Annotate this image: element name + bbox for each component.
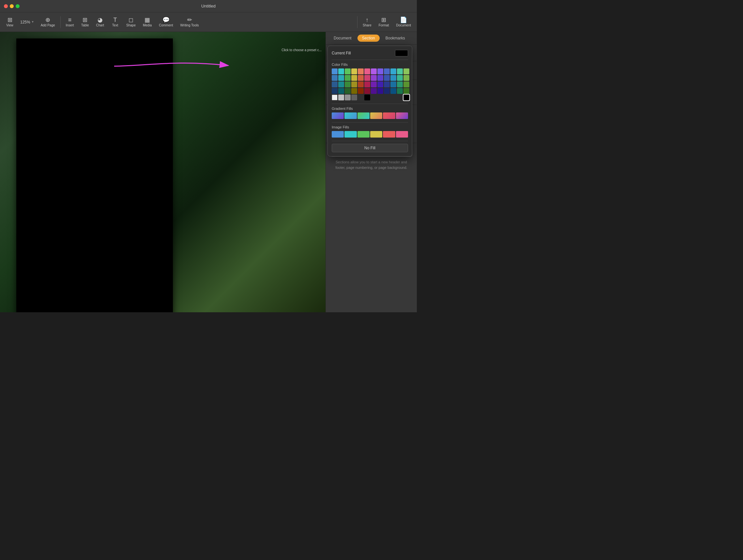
color-cell[interactable] xyxy=(351,75,357,81)
no-fill-button[interactable]: No Fill xyxy=(332,144,408,152)
color-cell[interactable] xyxy=(332,68,338,74)
color-picker-popup: Current Fill Color Fills xyxy=(327,46,412,156)
color-cell xyxy=(377,95,383,100)
toolbar-zoom[interactable]: 125% ▼ xyxy=(17,18,37,26)
color-cell[interactable] xyxy=(371,75,377,81)
color-cell[interactable] xyxy=(345,88,351,94)
color-cell[interactable] xyxy=(403,88,409,94)
color-cell[interactable] xyxy=(390,75,396,81)
color-cell[interactable] xyxy=(338,95,344,100)
color-cell[interactable] xyxy=(332,75,338,81)
color-cell[interactable] xyxy=(358,95,364,100)
color-cell[interactable] xyxy=(371,82,377,87)
canvas-area[interactable] xyxy=(0,32,325,312)
color-cell[interactable] xyxy=(358,88,364,94)
color-cell[interactable] xyxy=(384,88,390,94)
gradient-cell[interactable] xyxy=(383,112,395,119)
color-cell[interactable] xyxy=(364,95,370,100)
image-fill-cell[interactable] xyxy=(370,131,382,138)
current-fill-row: Current Fill xyxy=(332,50,408,56)
color-cell[interactable] xyxy=(371,68,377,74)
color-cell[interactable] xyxy=(364,82,370,87)
gradient-cell[interactable] xyxy=(332,112,344,119)
color-cell[interactable] xyxy=(377,68,383,74)
tab-bookmarks[interactable]: Bookmarks xyxy=(381,35,410,42)
toolbar-share[interactable]: ↑ Share xyxy=(359,16,375,28)
color-cell[interactable] xyxy=(338,68,344,74)
toolbar-writing-tools[interactable]: ✏ Writing Tools xyxy=(177,16,202,28)
tab-section[interactable]: Section xyxy=(357,35,380,42)
color-cell[interactable] xyxy=(390,82,396,87)
gradient-cell[interactable] xyxy=(357,112,369,119)
color-cell[interactable] xyxy=(358,75,364,81)
color-cell[interactable] xyxy=(351,82,357,87)
tab-document[interactable]: Document xyxy=(329,35,356,42)
color-cell[interactable] xyxy=(364,68,370,74)
color-cell[interactable] xyxy=(351,88,357,94)
gradient-cell[interactable] xyxy=(344,112,356,119)
toolbar-comment[interactable]: 💬 Comment xyxy=(156,16,176,28)
fullscreen-button[interactable] xyxy=(16,4,19,8)
color-cell[interactable] xyxy=(403,82,409,87)
image-fill-cell[interactable] xyxy=(357,131,369,138)
color-cell[interactable] xyxy=(332,82,338,87)
color-cell[interactable] xyxy=(384,68,390,74)
color-cell[interactable] xyxy=(403,75,409,81)
toolbar: ⊞ View 125% ▼ ⊕ Add Page ≡ Insert ⊞ Tabl… xyxy=(0,12,417,32)
insert-icon: ≡ xyxy=(68,17,72,23)
image-fill-cell[interactable] xyxy=(344,131,356,138)
right-sidebar: Document Section Bookmarks ▼ Background … xyxy=(325,32,417,312)
color-cell[interactable] xyxy=(384,82,390,87)
color-cell[interactable] xyxy=(384,75,390,81)
toolbar-text[interactable]: T Text xyxy=(108,16,122,28)
image-fills-grid xyxy=(332,131,408,138)
image-fill-cell[interactable] xyxy=(332,131,344,138)
color-cell[interactable] xyxy=(364,75,370,81)
color-cell[interactable] xyxy=(397,88,403,94)
color-cell[interactable] xyxy=(371,88,377,94)
text-icon: T xyxy=(114,17,117,23)
color-cell[interactable] xyxy=(332,88,338,94)
document-page[interactable] xyxy=(16,39,173,312)
toolbar-insert[interactable]: ≡ Insert xyxy=(62,16,77,28)
toolbar-chart[interactable]: ◕ Chart xyxy=(93,16,107,28)
toolbar-table[interactable]: ⊞ Table xyxy=(78,16,92,28)
toolbar-format[interactable]: ⊞ Format xyxy=(376,16,392,28)
color-cell[interactable] xyxy=(397,75,403,81)
gradient-fills-title: Gradient Fills xyxy=(332,106,408,110)
color-cell[interactable] xyxy=(345,68,351,74)
toolbar-document[interactable]: 📄 Document xyxy=(393,16,414,28)
color-cell[interactable] xyxy=(338,82,344,87)
gradient-cell[interactable] xyxy=(370,112,382,119)
color-cell[interactable] xyxy=(390,88,396,94)
color-cell[interactable] xyxy=(351,95,357,100)
image-fill-cell[interactable] xyxy=(396,131,408,138)
toolbar-add-page[interactable]: ⊕ Add Page xyxy=(38,16,58,28)
color-cell[interactable] xyxy=(377,88,383,94)
image-fill-cell[interactable] xyxy=(383,131,395,138)
color-cell[interactable] xyxy=(397,68,403,74)
gradient-cell[interactable] xyxy=(396,112,408,119)
color-cell[interactable] xyxy=(345,82,351,87)
toolbar-view[interactable]: ⊞ View xyxy=(3,16,17,28)
toolbar-shape[interactable]: ◻ Shape xyxy=(123,16,139,28)
color-cell[interactable] xyxy=(377,75,383,81)
color-cell[interactable] xyxy=(390,68,396,74)
minimize-button[interactable] xyxy=(10,4,14,8)
color-cell[interactable] xyxy=(397,82,403,87)
color-cell[interactable] xyxy=(338,88,344,94)
color-cell[interactable] xyxy=(345,75,351,81)
color-cell[interactable] xyxy=(403,68,409,74)
toolbar-media[interactable]: ▦ Media xyxy=(140,16,155,28)
color-cell[interactable] xyxy=(338,75,344,81)
color-cell[interactable] xyxy=(332,95,338,100)
color-cell-selected[interactable] xyxy=(403,95,409,100)
color-cell[interactable] xyxy=(358,82,364,87)
close-button[interactable] xyxy=(4,4,8,8)
color-cell[interactable] xyxy=(364,88,370,94)
color-cell[interactable] xyxy=(358,68,364,74)
color-cell[interactable] xyxy=(345,95,351,100)
color-cell[interactable] xyxy=(377,82,383,87)
color-cell[interactable] xyxy=(351,68,357,74)
main-area: Document Section Bookmarks ▼ Background … xyxy=(0,32,417,312)
